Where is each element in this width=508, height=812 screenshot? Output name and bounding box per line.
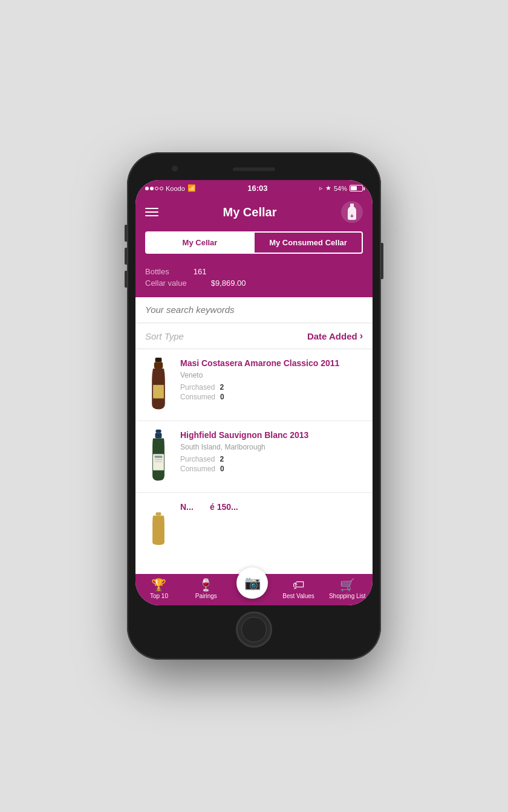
wine-bottle-image-2 (145, 430, 172, 484)
svg-rect-5 (156, 430, 161, 433)
svg-rect-12 (156, 512, 161, 515)
chevron-right-icon: › (360, 330, 363, 341)
cellar-stats: Bottles 161 Cellar value $9,869.00 (135, 263, 373, 297)
wine-list: Masi Costasera Amarone Classico 2011 Ven… (135, 349, 373, 574)
wine-bottle-image-3 (145, 501, 172, 556)
volume-buttons (125, 225, 127, 288)
bottle-svg-3 (148, 501, 169, 556)
tab-my-cellar[interactable]: My Cellar (145, 231, 255, 254)
svg-rect-6 (155, 433, 162, 438)
wine-name-2: Highfield Sauvignon Blanc 2013 (180, 430, 363, 440)
wifi-icon: 📶 (187, 184, 196, 192)
wine-stats-2: Purchased 2 Consumed 0 (180, 455, 363, 473)
search-area[interactable] (135, 297, 373, 323)
wine-name-1: Masi Costasera Amarone Classico 2011 (180, 358, 363, 369)
battery-percent: 54% (334, 185, 347, 192)
purchased-label-1: Purchased (180, 383, 215, 392)
cellar-value-row: Cellar value $9,869.00 (145, 279, 363, 288)
wine-bottle-image-1 (145, 358, 172, 412)
sort-value-text: Date Added (307, 331, 357, 341)
wine-region-2: South Island, Marlborough (180, 443, 363, 451)
app-header: My Cellar + (135, 195, 373, 231)
sort-label: Sort Type (145, 331, 184, 341)
phone-top (135, 161, 373, 178)
status-left: Koodo 📶 (145, 184, 196, 192)
svg-rect-2 (154, 362, 163, 369)
wine-name-3: N... é 150... (180, 501, 363, 512)
wine-consumed-row-1: Consumed 0 (180, 393, 363, 401)
home-button-inner (241, 617, 267, 642)
nav-bestvalues[interactable]: 🏷 Best Values (282, 579, 315, 599)
power-button (381, 243, 383, 279)
nav-shoppinglist[interactable]: 🛒 Shopping List (329, 579, 366, 599)
phone-frame: Koodo 📶 16:03 ▹ ★ 54% My Cellar (127, 152, 381, 660)
svg-rect-4 (154, 385, 163, 398)
consumed-label-2: Consumed (180, 465, 215, 473)
nav-pairings-label: Pairings (195, 593, 217, 599)
signal-dot-1 (145, 187, 149, 190)
wine-info-3: N... é 150... (180, 501, 363, 515)
bottom-nav: 🏆 Top 10 🍷 Pairings 📷 🏷 Best Values 🛒 Sh… (135, 574, 373, 605)
purchased-value-2: 2 (220, 455, 224, 463)
wine-region-1: Veneto (180, 371, 363, 379)
tab-row: My Cellar My Consumed Cellar (135, 231, 373, 263)
nav-top10[interactable]: 🏆 Top 10 (142, 579, 175, 599)
svg-rect-1 (155, 358, 162, 362)
svg-text:+: + (350, 213, 354, 219)
search-input[interactable] (145, 304, 363, 315)
cellar-value-label: Cellar value (145, 279, 187, 288)
tab-my-consumed-cellar[interactable]: My Consumed Cellar (255, 231, 363, 254)
consumed-value-1: 0 (220, 393, 224, 401)
wine-info-1: Masi Costasera Amarone Classico 2011 Ven… (180, 358, 363, 402)
purchased-label-2: Purchased (180, 455, 215, 463)
svg-rect-10 (155, 459, 163, 460)
nav-camera-button[interactable]: 📷 (236, 567, 268, 599)
nav-pairings[interactable]: 🍷 Pairings (189, 579, 223, 599)
signal-dot-4 (160, 187, 163, 190)
camera-icon: 📷 (244, 575, 261, 591)
bottles-row: Bottles 161 (145, 267, 363, 276)
menu-button[interactable] (145, 208, 158, 216)
wine-glass-icon: 🍷 (198, 579, 213, 591)
nav-top10-label: Top 10 (150, 593, 168, 599)
consumed-value-2: 0 (220, 465, 224, 473)
signal-dot-3 (155, 187, 158, 190)
bottle-svg-2 (148, 430, 169, 484)
cart-icon: 🛒 (340, 579, 355, 591)
status-right: ▹ ★ 54% (319, 184, 363, 192)
purchased-value-1: 2 (220, 383, 224, 392)
battery-icon (350, 185, 363, 192)
bottle-svg-1 (148, 358, 169, 412)
nav-bestvalues-label: Best Values (282, 593, 314, 599)
wine-purchased-row-2: Purchased 2 (180, 455, 363, 463)
header-title: My Cellar (223, 205, 277, 219)
speaker (233, 167, 275, 171)
wine-purchased-row-1: Purchased 2 (180, 383, 363, 392)
bottles-label: Bottles (145, 267, 169, 276)
consumed-label-1: Consumed (180, 393, 215, 401)
phone-screen: Koodo 📶 16:03 ▹ ★ 54% My Cellar (135, 180, 373, 605)
sort-row[interactable]: Sort Type Date Added › (135, 323, 373, 349)
front-camera (172, 166, 178, 172)
bottle-plus-icon: + (345, 204, 359, 221)
add-bottle-button[interactable]: + (341, 201, 363, 223)
svg-rect-11 (155, 461, 163, 462)
signal-dot-2 (150, 187, 154, 190)
tag-icon: 🏷 (293, 579, 305, 591)
cellar-value-value: $9,869.00 (211, 279, 246, 288)
svg-rect-9 (155, 456, 163, 458)
bottles-value: 161 (194, 267, 207, 276)
home-button[interactable] (236, 611, 272, 648)
wine-info-2: Highfield Sauvignon Blanc 2013 South Isl… (180, 430, 363, 474)
nav-shoppinglist-label: Shopping List (329, 593, 366, 599)
wine-item-3-partial[interactable]: N... é 150... (135, 493, 373, 559)
wine-item-2[interactable]: Highfield Sauvignon Blanc 2013 South Isl… (135, 421, 373, 493)
bluetooth-icon: ★ (325, 184, 331, 192)
wine-consumed-row-2: Consumed 0 (180, 465, 363, 473)
carrier-name: Koodo (166, 185, 185, 192)
sort-value-button[interactable]: Date Added › (307, 330, 363, 341)
status-bar: Koodo 📶 16:03 ▹ ★ 54% (135, 180, 373, 195)
trophy-icon: 🏆 (151, 579, 166, 591)
wine-item-1[interactable]: Masi Costasera Amarone Classico 2011 Ven… (135, 349, 373, 421)
location-icon: ▹ (319, 184, 323, 192)
